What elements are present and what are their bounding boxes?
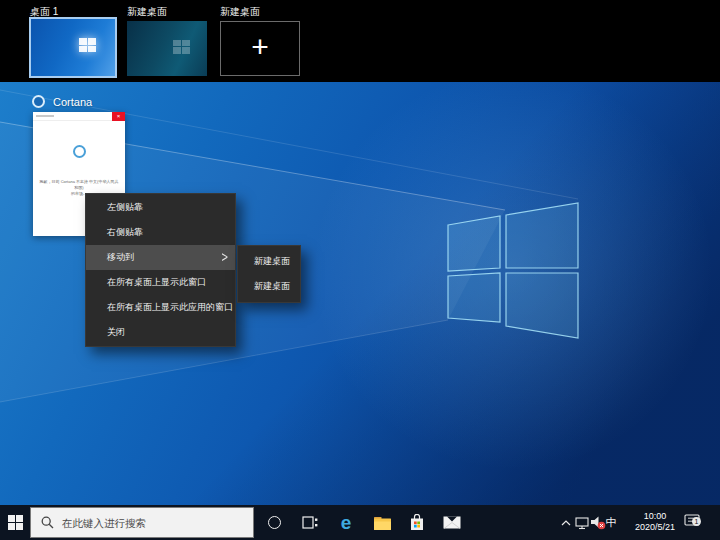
search-input[interactable]	[62, 517, 232, 529]
file-explorer-button[interactable]	[368, 505, 396, 540]
close-icon[interactable]: ×	[112, 112, 125, 121]
chevron-up-icon	[561, 520, 571, 526]
task-view-button[interactable]	[296, 505, 324, 540]
ime-label: 中	[606, 515, 617, 530]
window-title: Cortana	[53, 96, 92, 108]
task-view-icon	[302, 515, 318, 530]
windows-logo-icon	[79, 38, 96, 52]
virtual-desktop-strip: 桌面 1 新建桌面 新建桌面 +	[0, 0, 720, 82]
move-to-submenu: 新建桌面 新建桌面	[237, 245, 301, 303]
plus-icon: +	[251, 32, 269, 62]
time-text: 10:00	[622, 511, 688, 522]
store-button[interactable]	[403, 505, 431, 540]
tray-overflow-button[interactable]	[558, 505, 574, 540]
taskbar: e	[0, 505, 720, 540]
window-title-row: Cortana	[32, 95, 92, 108]
desktop-2-label: 新建桌面	[127, 5, 167, 19]
folder-icon	[374, 516, 391, 530]
action-center-button[interactable]: 1	[680, 505, 706, 540]
search-icon	[41, 516, 54, 529]
desktop-2-thumbnail[interactable]	[127, 21, 207, 76]
desktop-background[interactable]: Cortana × 抱歉，目前 Cortana 不支持 中文(中华人民共和国) …	[0, 82, 720, 505]
start-button[interactable]	[0, 505, 30, 540]
store-icon	[409, 514, 425, 531]
ime-indicator[interactable]: 中	[603, 505, 619, 540]
menu-item-show-app-windows-all-desktops[interactable]: 在所有桌面上显示此应用的窗口	[86, 295, 235, 320]
menu-item-show-window-all-desktops[interactable]: 在所有桌面上显示此窗口	[86, 270, 235, 295]
titlebar-text-mark	[36, 115, 54, 117]
cortana-circle-icon	[268, 516, 281, 529]
desktop-1-thumbnail[interactable]	[29, 17, 117, 78]
cortana-button[interactable]	[260, 505, 288, 540]
task-view-screen: 桌面 1 新建桌面 新建桌面 +	[0, 0, 720, 540]
mail-icon	[443, 516, 461, 529]
submenu-item-new-desktop-2[interactable]: 新建桌面	[238, 274, 300, 299]
date-text: 2020/5/21	[622, 522, 688, 533]
cortana-ring-icon	[73, 145, 86, 158]
clock[interactable]: 10:00 2020/5/21	[622, 505, 688, 540]
new-desktop-label: 新建桌面	[220, 5, 260, 19]
taskbar-search-box[interactable]	[30, 507, 254, 538]
edge-button[interactable]: e	[332, 505, 360, 540]
menu-item-move-to[interactable]: 移动到 >	[86, 245, 235, 270]
windows-start-icon	[8, 515, 23, 530]
menu-item-snap-right[interactable]: 右侧贴靠	[86, 220, 235, 245]
menu-item-snap-left[interactable]: 左侧贴靠	[86, 195, 235, 220]
chevron-right-icon: >	[222, 242, 228, 273]
notification-badge: 1	[692, 517, 701, 526]
window-context-menu: 左侧贴靠 右侧贴靠 移动到 > 在所有桌面上显示此窗口 在所有桌面上显示此应用的…	[85, 193, 236, 347]
thumbnail-titlebar: ×	[33, 112, 125, 121]
desktop-1-wallpaper	[31, 19, 115, 76]
edge-icon: e	[341, 513, 352, 532]
ethernet-network-icon	[575, 516, 590, 530]
submenu-item-new-desktop-1[interactable]: 新建桌面	[238, 249, 300, 274]
new-desktop-button[interactable]: +	[220, 21, 300, 76]
mail-button[interactable]	[438, 505, 466, 540]
menu-item-close[interactable]: 关闭	[86, 320, 235, 345]
windows-logo-icon	[173, 40, 190, 54]
cortana-ring-icon	[32, 95, 45, 108]
